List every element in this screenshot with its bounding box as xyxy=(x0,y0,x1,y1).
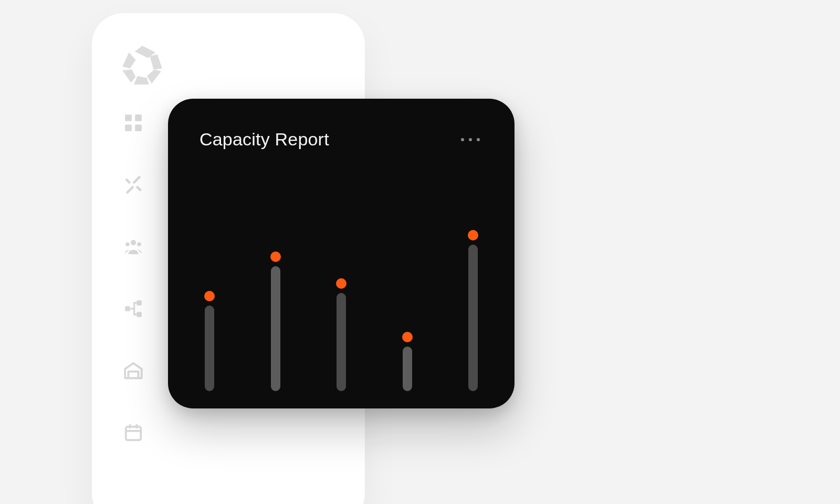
card-header: Capacity Report xyxy=(200,129,483,150)
svg-rect-1 xyxy=(135,114,142,121)
sidebar-item-network[interactable] xyxy=(123,299,143,319)
svg-rect-8 xyxy=(136,300,142,306)
capacity-bar-chart xyxy=(200,192,483,391)
bar-marker-dot xyxy=(270,251,281,262)
more-icon xyxy=(477,138,480,141)
sidebar-item-team[interactable] xyxy=(123,237,143,257)
network-icon xyxy=(123,299,143,319)
svg-rect-3 xyxy=(135,124,142,131)
sidebar-item-warehouse[interactable] xyxy=(123,361,143,381)
svg-rect-10 xyxy=(126,427,141,440)
calendar-icon xyxy=(123,423,143,443)
svg-rect-2 xyxy=(125,124,132,131)
dashboard-icon xyxy=(123,113,143,133)
card-title: Capacity Report xyxy=(200,129,329,150)
svg-point-4 xyxy=(131,240,136,245)
more-options-button[interactable] xyxy=(461,138,483,141)
svg-point-6 xyxy=(137,242,141,246)
chart-bar xyxy=(403,346,412,391)
more-icon xyxy=(461,138,464,141)
bar-fill xyxy=(205,306,214,391)
aperture-logo xyxy=(117,42,167,89)
bar-fill xyxy=(468,245,478,391)
chart-bar xyxy=(205,306,214,391)
bar-fill xyxy=(403,346,412,391)
tools-icon xyxy=(123,175,143,195)
svg-rect-9 xyxy=(136,312,142,317)
sidebar-item-tools[interactable] xyxy=(123,175,143,195)
bar-fill xyxy=(337,293,346,391)
team-icon xyxy=(123,237,143,257)
bar-marker-dot xyxy=(204,291,215,301)
bar-marker-dot xyxy=(468,230,478,240)
bar-marker-dot xyxy=(336,278,346,289)
capacity-report-card: Capacity Report xyxy=(168,99,514,408)
svg-rect-0 xyxy=(125,114,132,121)
svg-rect-7 xyxy=(125,306,130,311)
sidebar-item-dashboard[interactable] xyxy=(123,113,143,133)
chart-bar xyxy=(468,245,478,391)
sidebar-item-calendar[interactable] xyxy=(123,423,143,443)
chart-bar xyxy=(337,293,346,391)
svg-point-5 xyxy=(125,242,130,246)
chart-bar xyxy=(271,266,280,391)
more-icon xyxy=(469,138,472,141)
bar-marker-dot xyxy=(402,332,413,342)
bar-fill xyxy=(271,266,280,391)
warehouse-icon xyxy=(123,361,143,381)
